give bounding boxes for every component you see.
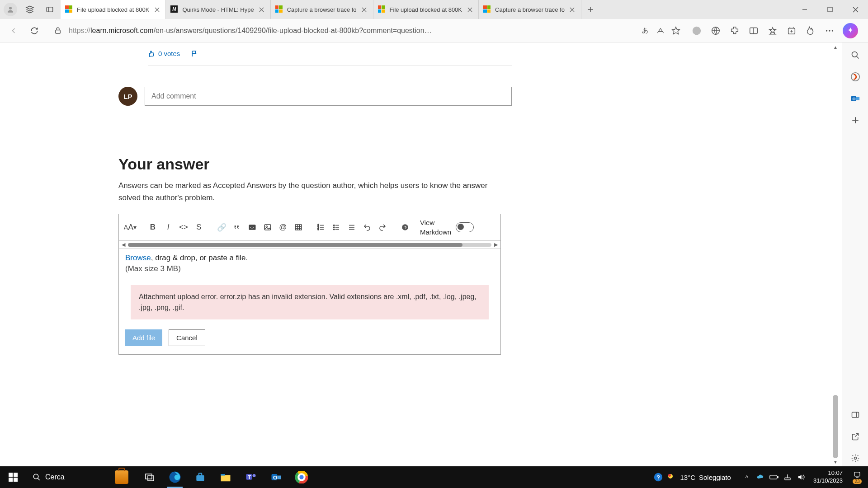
refresh-button[interactable] [27,23,42,38]
collections-icon[interactable] [786,25,797,37]
avatar-ext-icon[interactable] [691,25,703,37]
taskbar-chrome[interactable] [289,466,314,488]
svg-point-32 [826,30,827,31]
strike-button[interactable]: S [192,221,206,234]
page-scrollbar[interactable]: ▲ ▼ [831,42,840,466]
redo-button[interactable] [376,221,389,234]
settings-icon[interactable] [847,450,863,466]
undo-button[interactable] [360,221,374,234]
close-icon[interactable] [360,5,368,14]
answer-heading: Your answer [118,155,512,173]
cancel-button[interactable]: Cancel [169,329,205,346]
svg-text:O: O [852,97,855,101]
open-external-icon[interactable] [847,428,863,445]
ordered-list-button[interactable]: 123 [314,221,328,234]
taskbar-edge[interactable] [163,466,187,488]
comment-input[interactable] [145,87,512,106]
url-text[interactable]: https://learn.microsoft.com/en-us/answer… [69,27,636,35]
scroll-up-icon[interactable]: ▲ [831,42,840,52]
svg-rect-39 [295,225,302,230]
volume-icon[interactable] [795,466,807,488]
browse-instruction: Browse, drag & drop, or paste a file. [125,253,494,263]
site-info-icon[interactable] [51,23,65,38]
notifications-button[interactable]: 23 [849,471,865,484]
scroll-down-icon[interactable]: ▼ [831,457,840,466]
translate-icon[interactable]: あ [639,25,651,37]
svg-marker-25 [769,27,776,33]
task-view-button[interactable] [137,466,162,488]
clock[interactable]: 10:0731/10/2023 [809,469,847,485]
table-button[interactable] [292,221,305,234]
image-button[interactable] [261,221,274,234]
taskbar-outlook[interactable]: O [264,466,288,488]
search-icon[interactable] [847,47,863,63]
performance-icon[interactable] [805,25,816,37]
outlook-icon[interactable]: O [847,90,863,107]
view-markdown-label: ViewMarkdown [420,218,451,237]
checklist-button[interactable] [345,221,359,234]
minimize-button[interactable] [792,0,817,19]
split-screen-icon[interactable] [748,25,760,37]
extension-icon[interactable] [729,25,741,37]
office-icon[interactable] [847,69,863,85]
link-button[interactable]: 🔗 [215,221,228,234]
close-icon[interactable] [568,5,576,14]
taskbar-teams[interactable]: T [239,466,263,488]
tab-3[interactable]: Capture a browser trace fo [271,0,373,19]
taskbar: Cerca T O ? 13°C Soleggiato ^ 10:0731/10… [0,466,868,488]
flag-icon[interactable] [191,50,198,57]
markdown-toggle[interactable] [456,222,474,232]
new-tab-button[interactable] [581,0,599,19]
network-icon[interactable] [782,466,793,488]
add-file-button[interactable]: Add file [125,329,162,346]
more-icon[interactable] [824,25,835,37]
favorites-bar-icon[interactable] [767,25,778,37]
tab-1[interactable]: File upload blocked at 800K [61,0,166,19]
battery-icon[interactable] [768,466,780,488]
scroll-left-icon[interactable]: ◀ [122,242,125,248]
tab-title: Quirks Mode - HTML: Hype [182,6,254,13]
profile-icon[interactable] [4,3,17,16]
taskbar-explorer[interactable] [213,466,238,488]
vote-count[interactable]: 0 votes [148,50,180,57]
svg-text:O: O [273,474,277,480]
add-sidebar-icon[interactable] [847,112,863,128]
help-button[interactable]: ? [398,221,412,234]
bold-button[interactable]: B [146,221,160,234]
chevron-up-icon[interactable]: ^ [741,466,753,488]
start-button[interactable] [0,466,26,488]
code-button[interactable]: <> [177,221,190,234]
close-icon[interactable] [153,5,161,14]
sidebar-panel-icon[interactable] [847,407,863,423]
weather-widget[interactable]: 13°C Soleggiato [666,472,731,483]
codeblock-button[interactable]: <> [245,221,259,234]
tab-5[interactable]: Capture a browser trace fo [479,0,581,19]
mention-button[interactable]: @ [276,221,290,234]
taskbar-store[interactable] [188,466,212,488]
close-icon[interactable] [258,5,266,14]
workspaces-icon[interactable] [23,2,37,17]
taskbar-search[interactable]: Cerca [26,466,135,488]
tab-4[interactable]: File upload blocked at 800K [373,0,479,19]
toolbar-scrollbar[interactable]: ◀ ▶ [119,240,500,249]
unordered-list-button[interactable] [330,221,343,234]
copilot-icon[interactable] [843,23,858,38]
italic-button[interactable]: I [161,221,175,234]
close-window-button[interactable] [843,0,868,19]
back-button[interactable] [6,23,21,38]
help-tray-icon[interactable]: ? [652,466,664,488]
font-size-button[interactable]: AA ▾ [123,221,137,234]
svg-line-73 [38,478,40,480]
onedrive-icon[interactable] [755,466,766,488]
globe-icon[interactable] [710,25,722,37]
scroll-right-icon[interactable]: ▶ [494,242,498,248]
favorite-icon[interactable] [670,25,682,37]
tab-2[interactable]: M Quirks Mode - HTML: Hype [166,0,270,19]
tab-actions-icon[interactable] [42,2,57,17]
answer-editor: AA ▾ B I <> S 🔗 <> @ 123 [118,214,501,355]
quote-button[interactable] [230,221,244,234]
browse-link[interactable]: Browse [125,253,151,262]
close-icon[interactable] [466,5,474,14]
maximize-button[interactable] [817,0,843,19]
read-aloud-icon[interactable] [655,25,666,37]
